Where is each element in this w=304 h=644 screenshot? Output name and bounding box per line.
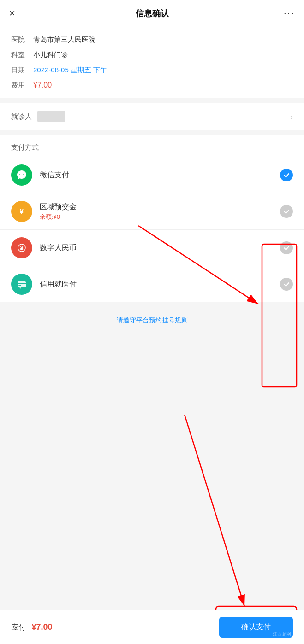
- payment-title: 支付方式: [0, 135, 304, 157]
- payment-item-credit[interactable]: ¥ 信用就医付: [0, 266, 304, 302]
- deposit-name: 区域预交金: [40, 202, 280, 212]
- deposit-check: [280, 205, 293, 218]
- main-content: × 信息确认 ··· 医院 青岛市第三人民医院 科室 小儿科门诊 日期 2022…: [0, 0, 304, 463]
- credit-name: 信用就医付: [40, 280, 280, 289]
- confirm-label: 确认支付: [241, 623, 271, 631]
- credit-icon: ¥: [11, 274, 32, 295]
- deposit-sub: 余额:¥0: [40, 213, 280, 221]
- svg-text:¥: ¥: [20, 245, 24, 252]
- svg-rect-5: [18, 281, 26, 287]
- patient-section[interactable]: 就诊人 ›: [0, 103, 304, 130]
- credit-check: [280, 278, 293, 291]
- confirm-button[interactable]: 确认支付 江西龙网: [219, 617, 293, 638]
- svg-rect-6: [18, 283, 26, 284]
- department-row: 科室 小儿科门诊: [11, 51, 293, 59]
- notice-section: 请遵守平台预约挂号规则: [0, 307, 304, 334]
- patient-label: 就诊人: [11, 112, 32, 121]
- payment-item-wechat[interactable]: 微信支付: [0, 157, 304, 193]
- svg-rect-8: [18, 285, 21, 286]
- patient-avatar: [37, 111, 65, 122]
- notice-link[interactable]: 请遵守平台预约挂号规则: [117, 316, 188, 324]
- wechat-info: 微信支付: [40, 170, 280, 180]
- digital-name: 数字人民币: [40, 243, 280, 253]
- date-label: 日期: [11, 66, 30, 75]
- spacer: [0, 334, 304, 426]
- amount-label: 应付: [11, 623, 26, 631]
- hospital-label: 医院: [11, 35, 30, 44]
- payment-item-deposit[interactable]: ¥ 区域预交金 余额:¥0: [0, 193, 304, 229]
- more-button[interactable]: ···: [284, 7, 295, 19]
- digital-info: 数字人民币: [40, 243, 280, 253]
- info-section: 医院 青岛市第三人民医院 科室 小儿科门诊 日期 2022-08-05 星期五 …: [0, 27, 304, 98]
- watermark-text: 江西龙网: [273, 632, 291, 637]
- amount-value: ¥7.00: [31, 622, 52, 632]
- payment-item-digital[interactable]: ¥ 数字人民币: [0, 229, 304, 266]
- department-value: 小儿科门诊: [33, 51, 68, 59]
- credit-info: 信用就医付: [40, 280, 280, 289]
- fee-value: ¥7.00: [33, 81, 52, 89]
- page-wrapper: × 信息确认 ··· 医院 青岛市第三人民医院 科室 小儿科门诊 日期 2022…: [0, 0, 304, 644]
- bottom-bar: 应付 ¥7.00 确认支付 江西龙网: [0, 610, 304, 644]
- date-row: 日期 2022-08-05 星期五 下午: [11, 66, 293, 75]
- deposit-icon: ¥: [11, 201, 32, 222]
- deposit-info: 区域预交金 余额:¥0: [40, 202, 280, 221]
- digital-check: [280, 241, 293, 254]
- svg-text:¥: ¥: [20, 208, 24, 215]
- wechat-name: 微信支付: [40, 170, 280, 180]
- hospital-value: 青岛市第三人民医院: [33, 35, 95, 44]
- wechat-icon: [11, 164, 32, 186]
- page-title: 信息确认: [136, 8, 169, 19]
- header: × 信息确认 ···: [0, 0, 304, 27]
- svg-text:¥: ¥: [19, 286, 21, 289]
- department-label: 科室: [11, 51, 30, 59]
- close-button[interactable]: ×: [9, 8, 15, 18]
- wechat-check: [280, 169, 293, 181]
- date-value: 2022-08-05 星期五 下午: [33, 66, 107, 75]
- patient-left: 就诊人: [11, 111, 65, 122]
- patient-chevron-icon: ›: [290, 111, 293, 122]
- fee-label: 费用: [11, 81, 30, 90]
- hospital-row: 医院 青岛市第三人民医院: [11, 35, 293, 44]
- digital-icon: ¥: [11, 237, 32, 258]
- fee-row: 费用 ¥7.00: [11, 81, 293, 90]
- payment-section: 支付方式 微信支付: [0, 135, 304, 302]
- bottom-amount: 应付 ¥7.00: [11, 622, 53, 632]
